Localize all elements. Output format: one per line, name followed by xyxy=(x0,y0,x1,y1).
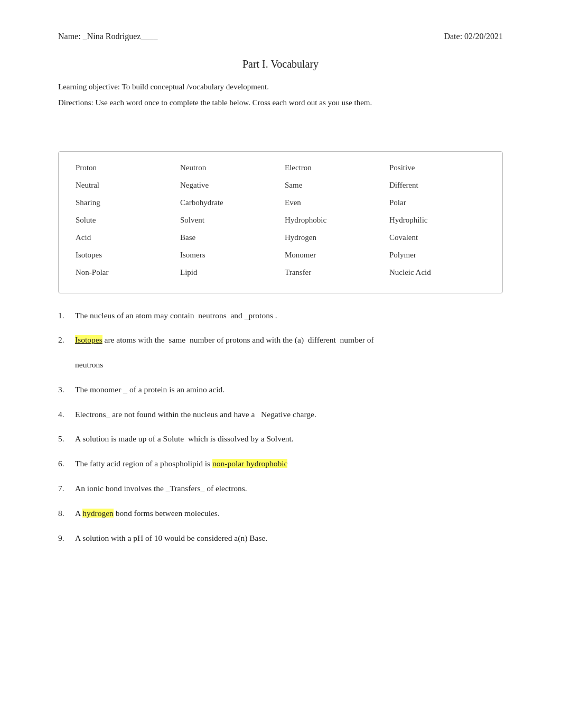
vocab-row: ProtonNeutronElectronPositive xyxy=(71,161,490,174)
question-2-continuation: neutrons xyxy=(75,358,503,372)
question-3-text: The monomer _ of a protein is an amino a… xyxy=(75,383,503,397)
vocab-cell: Non-Polar xyxy=(71,266,176,279)
question-3: 3. The monomer _ of a protein is an amin… xyxy=(58,383,503,397)
vocab-cell: Polymer xyxy=(385,248,490,262)
vocab-cell: Hydrophobic xyxy=(280,214,385,227)
question-8-text: A hydrogen bond forms between molecules. xyxy=(75,507,503,520)
question-7-text: An ionic bond involves the _Transfers_ o… xyxy=(75,482,503,495)
question-5-num: 5. xyxy=(58,432,75,446)
question-1: 1. The nucleus of an atom may contain ne… xyxy=(58,309,503,322)
question-6-text: The fatty acid region of a phospholipid … xyxy=(75,457,503,471)
vocab-cell: Monomer xyxy=(280,248,385,262)
question-1-num: 1. xyxy=(58,309,75,322)
student-name: Name: _Nina Rodriguez____ xyxy=(58,32,157,41)
vocab-cell: Positive xyxy=(385,161,490,174)
question-4-num: 4. xyxy=(58,408,75,421)
vocab-row: SharingCarbohydrateEvenPolar xyxy=(71,196,490,209)
nonpolar-highlight: non-polar hydrophobic xyxy=(212,459,287,468)
question-8: 8. A hydrogen bond forms between molecul… xyxy=(58,507,503,520)
vocab-cell: Solute xyxy=(71,214,176,227)
vocab-cell: Carbohydrate xyxy=(176,196,280,209)
vocab-row: AcidBaseHydrogenCovalent xyxy=(71,231,490,244)
vocab-row: SoluteSolventHydrophobicHydrophilic xyxy=(71,214,490,227)
question-7: 7. An ionic bond involves the _Transfers… xyxy=(58,482,503,495)
vocab-cell: Lipid xyxy=(176,266,280,279)
directions: Directions: Use each word once to comple… xyxy=(58,96,503,109)
vocab-row: IsotopesIsomersMonomerPolymer xyxy=(71,248,490,262)
vocab-row: Non-PolarLipidTransferNucleic Acid xyxy=(71,266,490,279)
vocab-cell: Solvent xyxy=(176,214,280,227)
vocab-row: NeutralNegativeSameDifferent xyxy=(71,179,490,192)
vocab-cell: Negative xyxy=(176,179,280,192)
vocab-cell: Hydrophilic xyxy=(385,214,490,227)
question-3-num: 3. xyxy=(58,383,75,397)
question-9-num: 9. xyxy=(58,532,75,545)
vocab-cell: Same xyxy=(280,179,385,192)
question-9-text: A solution with a pH of 10 would be cons… xyxy=(75,532,503,545)
question-7-num: 7. xyxy=(58,482,75,495)
vocab-cell: Polar xyxy=(385,196,490,209)
assignment-date: Date: 02/20/2021 xyxy=(444,32,503,41)
vocab-cell: Sharing xyxy=(71,196,176,209)
question-1-text: The nucleus of an atom may contain neutr… xyxy=(75,309,503,322)
question-8-num: 8. xyxy=(58,507,75,520)
question-5: 5. A solution is made up of a Solute whi… xyxy=(58,432,503,446)
vocab-cell: Isotopes xyxy=(71,248,176,262)
vocab-cell: Different xyxy=(385,179,490,192)
part-title: Part I. Vocabulary xyxy=(58,58,503,70)
question-2: 2. Isotopes are atoms with the same numb… xyxy=(58,334,503,347)
vocab-cell: Base xyxy=(176,231,280,244)
vocab-cell: Hydrogen xyxy=(280,231,385,244)
vocab-cell: Isomers xyxy=(176,248,280,262)
isotopes-highlight: Isotopes xyxy=(75,335,102,344)
vocab-cell: Nucleic Acid xyxy=(385,266,490,279)
vocab-cell: Even xyxy=(280,196,385,209)
question-5-text: A solution is made up of a Solute which … xyxy=(75,432,503,446)
vocab-cell: Proton xyxy=(71,161,176,174)
questions-section: 1. The nucleus of an atom may contain ne… xyxy=(58,309,503,545)
learning-objective: Learning objective: To build conceptual … xyxy=(58,81,503,93)
vocab-table-wrapper: ProtonNeutronElectronPositiveNeutralNega… xyxy=(58,151,503,293)
vocab-cell: Electron xyxy=(280,161,385,174)
vocab-cell: Neutral xyxy=(71,179,176,192)
vocab-cell: Acid xyxy=(71,231,176,244)
hydrogen-highlight: hydrogen xyxy=(82,509,114,518)
vocab-table: ProtonNeutronElectronPositiveNeutralNega… xyxy=(58,151,503,293)
vocab-cell: Neutron xyxy=(176,161,280,174)
vocab-cell: Transfer xyxy=(280,266,385,279)
vocab-cell: Covalent xyxy=(385,231,490,244)
question-4: 4. Electrons_ are not found within the n… xyxy=(58,408,503,421)
question-2-text: Isotopes are atoms with the same number … xyxy=(75,334,503,347)
question-2-num: 2. xyxy=(58,334,75,347)
question-6-num: 6. xyxy=(58,457,75,471)
question-9: 9. A solution with a pH of 10 would be c… xyxy=(58,532,503,545)
question-4-text: Electrons_ are not found within the nucl… xyxy=(75,408,503,421)
question-6: 6. The fatty acid region of a phospholip… xyxy=(58,457,503,471)
